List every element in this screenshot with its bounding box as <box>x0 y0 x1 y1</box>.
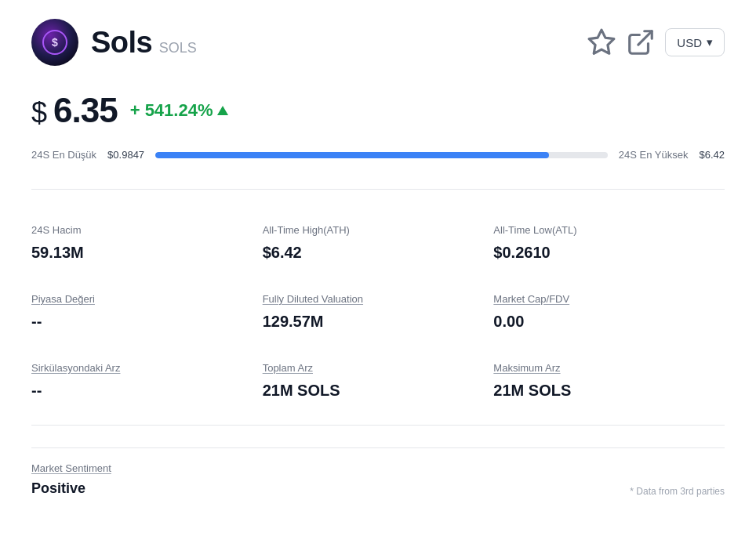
sentiment-content: Market Sentiment Positive <box>31 461 111 497</box>
stat-cell-5: Market Cap/FDV0.00 <box>493 281 725 350</box>
stat-label: 24S Hacim <box>31 224 263 236</box>
coin-logo <box>31 19 78 66</box>
stat-value: 0.00 <box>493 313 725 331</box>
stat-value: $6.42 <box>263 244 494 262</box>
stat-label[interactable]: Fully Diluted Valuation <box>263 293 494 305</box>
coin-name: Sols <box>91 26 152 59</box>
currency-label: USD <box>677 36 702 49</box>
watchlist-button[interactable] <box>587 27 616 57</box>
range-high-value: $6.42 <box>699 149 725 161</box>
stat-cell-8: Maksimum Arz21M SOLS <box>493 350 725 418</box>
price-range-section: 24S En Düşük $0.9847 24S En Yüksek $6.42 <box>31 149 725 161</box>
stat-label: All-Time Low(ATL) <box>493 224 725 236</box>
price-display: $ 6.35 <box>31 91 118 130</box>
range-low-value: $0.9847 <box>107 149 144 161</box>
stat-value: -- <box>31 313 263 331</box>
svg-marker-0 <box>589 30 614 53</box>
stat-cell-1: All-Time High(ATH)$6.42 <box>263 212 494 281</box>
price-change: + 541.24% <box>130 100 229 121</box>
coin-name-group: Sols SOLS <box>91 26 197 60</box>
price-row: $ 6.35 + 541.24% <box>31 91 725 130</box>
currency-selector[interactable]: USD ▾ <box>665 28 725 56</box>
stat-cell-6: Sirkülasyondaki Arz-- <box>31 350 263 418</box>
star-icon <box>587 27 616 57</box>
dollar-sign: $ <box>31 96 53 129</box>
stat-label[interactable]: Sirkülasyondaki Arz <box>31 362 263 374</box>
sentiment-value: Positive <box>31 480 111 497</box>
range-low-label: 24S En Düşük <box>31 149 96 161</box>
coin-logo-inner <box>42 30 67 55</box>
stat-cell-4: Fully Diluted Valuation129.57M <box>263 281 494 350</box>
share-button[interactable] <box>626 27 656 57</box>
stat-value: 129.57M <box>263 313 494 331</box>
stats-grid: 24S Hacim59.13MAll-Time High(ATH)$6.42Al… <box>31 212 725 418</box>
share-icon <box>626 27 656 57</box>
stat-cell-0: 24S Hacim59.13M <box>31 212 263 281</box>
price-up-arrow-icon <box>217 106 228 115</box>
page-header: Sols SOLS USD ▾ <box>31 19 725 66</box>
sentiment-row: Market Sentiment Positive * Data from 3r… <box>31 461 725 497</box>
price-change-text: + 541.24% <box>130 100 213 121</box>
header-actions: USD ▾ <box>587 27 725 57</box>
stat-label[interactable]: Toplam Arz <box>263 362 494 374</box>
stat-value: 21M SOLS <box>263 382 494 400</box>
stat-label[interactable]: Market Cap/FDV <box>493 293 725 305</box>
stat-value: -- <box>31 382 263 400</box>
coin-identity: Sols SOLS <box>31 19 197 66</box>
stat-cell-3: Piyasa Değeri-- <box>31 281 263 350</box>
stat-cell-7: Toplam Arz21M SOLS <box>263 350 494 418</box>
sentiment-section: Market Sentiment Positive * Data from 3r… <box>31 447 725 497</box>
stat-label[interactable]: Maksimum Arz <box>493 362 725 374</box>
stat-cell-2: All-Time Low(ATL)$0.2610 <box>493 212 725 281</box>
stat-value: 59.13M <box>31 244 263 262</box>
price-section: $ 6.35 + 541.24% <box>31 91 725 130</box>
section-divider-2 <box>31 425 725 426</box>
stat-label: All-Time High(ATH) <box>263 224 494 236</box>
range-high-label: 24S En Yüksek <box>619 149 689 161</box>
stat-value: 21M SOLS <box>493 382 725 400</box>
sentiment-label[interactable]: Market Sentiment <box>31 462 111 474</box>
range-bar <box>155 152 608 158</box>
range-bar-fill <box>155 152 549 158</box>
third-party-note: * Data from 3rd parties <box>630 486 725 497</box>
section-divider <box>31 189 725 190</box>
svg-line-1 <box>638 31 652 45</box>
price-value: 6.35 <box>53 91 118 129</box>
coin-ticker: SOLS <box>159 40 197 56</box>
stat-label[interactable]: Piyasa Değeri <box>31 293 263 305</box>
chevron-down-icon: ▾ <box>707 35 713 49</box>
stat-value: $0.2610 <box>493 244 725 262</box>
